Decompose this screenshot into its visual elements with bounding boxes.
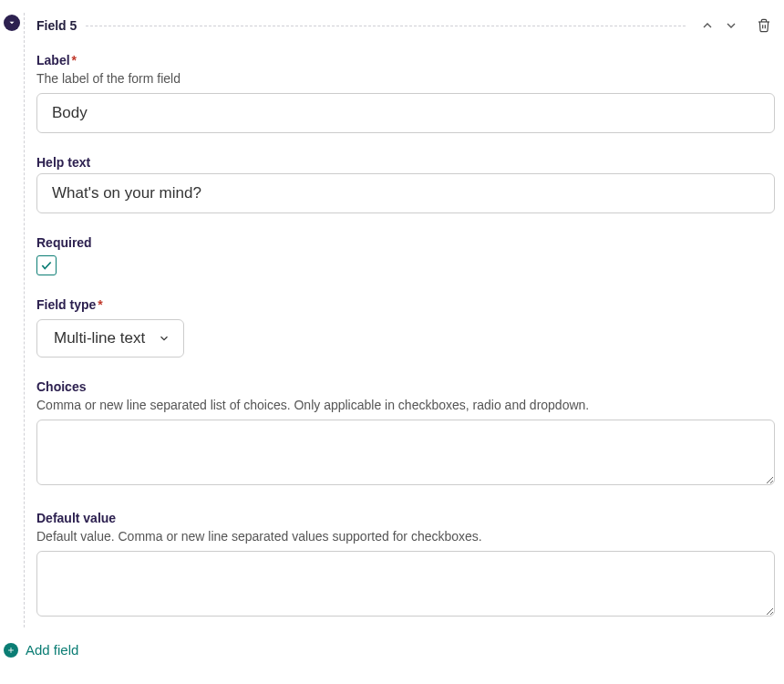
defaultvalue-help: Default value. Comma or new line separat… — [36, 529, 775, 544]
label-row: Label* The label of the form field — [36, 53, 775, 133]
required-checkbox[interactable] — [36, 255, 57, 275]
collapse-toggle[interactable] — [4, 15, 20, 31]
defaultvalue-label: Default value — [36, 511, 775, 525]
plus-icon-badge — [4, 643, 18, 658]
trash-icon — [757, 18, 771, 33]
defaultvalue-input[interactable] — [36, 551, 775, 617]
field-title: Field 5 — [36, 18, 77, 33]
required-label: Required — [36, 235, 775, 250]
add-field-label: Add field — [26, 642, 78, 658]
chevron-down-icon — [158, 332, 170, 345]
add-field-button[interactable]: Add field — [4, 642, 775, 658]
label-label: Label* — [36, 53, 775, 67]
choices-input[interactable] — [36, 420, 775, 485]
field-block: Field 5 Label* The label of the — [4, 13, 775, 627]
field-header: Field 5 — [36, 15, 775, 36]
chevron-down-icon — [724, 18, 738, 33]
label-input[interactable] — [36, 93, 775, 133]
required-indicator: * — [98, 297, 102, 312]
header-divider — [86, 26, 686, 26]
field-content: Field 5 Label* The label of the — [36, 13, 775, 627]
fieldtype-row: Field type* Multi-line text — [36, 297, 775, 358]
delete-button[interactable] — [753, 15, 775, 36]
move-down-button[interactable] — [720, 15, 742, 36]
check-icon — [40, 259, 53, 272]
chevron-up-icon — [700, 18, 715, 33]
chevron-down-icon — [7, 18, 16, 27]
helptext-label: Help text — [36, 155, 775, 170]
fieldtype-label: Field type* — [36, 297, 775, 312]
helptext-row: Help text — [36, 155, 775, 213]
required-row: Required — [36, 235, 775, 275]
tree-line — [24, 13, 25, 627]
helptext-input[interactable] — [36, 173, 775, 213]
plus-icon — [6, 646, 15, 655]
defaultvalue-row: Default value Default value. Comma or ne… — [36, 511, 775, 620]
left-gutter — [4, 13, 24, 627]
fieldtype-value: Multi-line text — [54, 329, 145, 347]
required-indicator: * — [72, 53, 77, 67]
choices-help: Comma or new line separated list of choi… — [36, 398, 775, 412]
move-up-button[interactable] — [696, 15, 718, 36]
label-help: The label of the form field — [36, 71, 775, 86]
fieldtype-select[interactable]: Multi-line text — [36, 319, 184, 358]
choices-label: Choices — [36, 379, 775, 394]
choices-row: Choices Comma or new line separated list… — [36, 379, 775, 489]
